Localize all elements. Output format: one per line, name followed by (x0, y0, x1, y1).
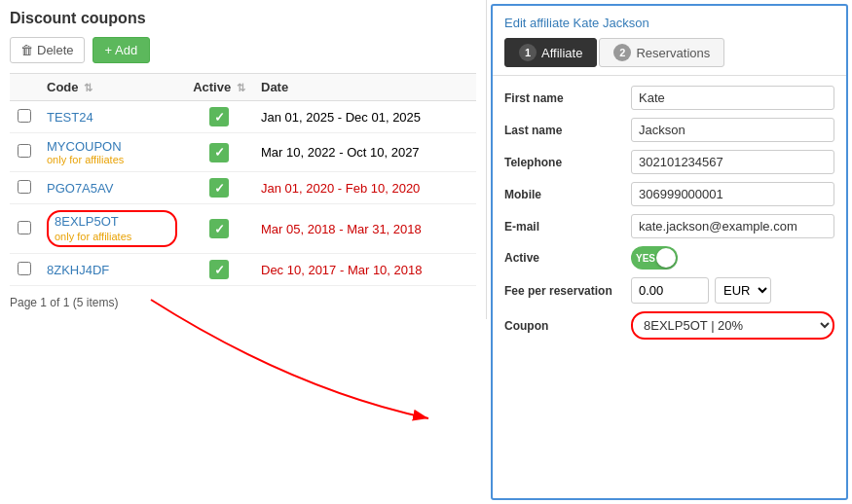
page-title: Discount coupons (10, 10, 476, 27)
fee-label: Fee per reservation (504, 284, 631, 298)
tabs-container: 1 Affiliate 2 Reservations (504, 38, 834, 67)
panel-title: Edit affiliate Kate Jackson (504, 14, 834, 30)
add-button[interactable]: + Add (93, 37, 151, 63)
active-checkmark: ✓ (209, 107, 229, 126)
coupon-code-link[interactable]: TEST24 (47, 110, 93, 125)
active-checkmark: ✓ (209, 260, 229, 279)
coupon-date: Jan 01, 2020 - Feb 10, 2020 (253, 172, 476, 204)
telephone-label: Telephone (504, 156, 631, 169)
affiliate-only-label: only for affiliates (47, 154, 177, 165)
row-checkbox[interactable] (18, 109, 31, 123)
panel-header: Edit affiliate Kate Jackson 1 Affiliate … (493, 6, 846, 76)
fee-input[interactable] (631, 277, 709, 304)
coupon-date: Mar 10, 2022 - Oct 10, 2027 (253, 133, 476, 172)
coupon-code-link[interactable]: MYCOUPON (47, 139, 122, 154)
coupon-date: Dec 10, 2017 - Mar 10, 2018 (253, 254, 476, 286)
form-body: First name Last name Telephone Mobile E-… (493, 76, 846, 498)
currency-select[interactable]: EUR USD GBP (715, 277, 771, 304)
fee-row: Fee per reservation EUR USD GBP (504, 277, 834, 304)
col-header-date: Date (253, 74, 476, 101)
coupon-label: Coupon (504, 319, 631, 333)
delete-button[interactable]: 🗑 Delete (10, 37, 85, 63)
mobile-row: Mobile (504, 182, 834, 206)
affiliate-only-label: only for affiliates (55, 231, 131, 242)
active-label: Active (504, 251, 631, 265)
col-header-checkbox (10, 74, 39, 101)
active-checkmark: ✓ (209, 178, 229, 198)
sort-active-icon[interactable]: ⇅ (237, 82, 245, 93)
coupon-date: Mar 05, 2018 - Mar 31, 2018 (253, 204, 476, 254)
col-header-code: Code ⇅ (39, 74, 185, 101)
mobile-label: Mobile (504, 188, 631, 201)
first-name-label: First name (504, 91, 631, 105)
table-row: PGO7A5AV✓Jan 01, 2020 - Feb 10, 2020 (10, 172, 476, 204)
tab-reservations[interactable]: 2 Reservations (599, 38, 724, 67)
toolbar: 🗑 Delete + Add (10, 37, 476, 63)
coupon-row: Coupon 8EXLP5OT | 20% TEST24 | 10% MYCOU… (504, 311, 834, 340)
mobile-input[interactable] (631, 182, 834, 206)
email-row: E-mail (504, 214, 834, 238)
tab-affiliate[interactable]: 1 Affiliate (504, 38, 597, 67)
table-row: MYCOUPONonly for affiliates✓Mar 10, 2022… (10, 133, 476, 172)
telephone-input[interactable] (631, 150, 834, 174)
coupon-code-link[interactable]: 8EXLP5OT (55, 214, 119, 229)
active-toggle[interactable]: YES (631, 246, 678, 270)
pagination-info: Page 1 of 1 (5 items) (10, 296, 476, 309)
col-header-active: Active ⇅ (185, 74, 253, 101)
table-row: 8EXLP5OTonly for affiliates✓Mar 05, 2018… (10, 204, 476, 254)
coupon-date: Jan 01, 2025 - Dec 01, 2025 (253, 101, 476, 133)
table-row: 8ZKHJ4DF✓Dec 10, 2017 - Mar 10, 2018 (10, 254, 476, 286)
row-checkbox[interactable] (18, 180, 31, 194)
coupons-table: Code ⇅ Active ⇅ Date TEST24✓Jan 01, 2025… (10, 73, 476, 286)
highlighted-coupon-wrapper: 8EXLP5OTonly for affiliates (47, 210, 177, 247)
toggle-thumb (656, 248, 676, 268)
sort-code-icon[interactable]: ⇅ (84, 82, 93, 93)
edit-affiliate-panel: Edit affiliate Kate Jackson 1 Affiliate … (491, 4, 848, 500)
last-name-input[interactable] (631, 118, 834, 142)
active-row: Active YES (504, 246, 834, 270)
first-name-input[interactable] (631, 86, 834, 110)
tab-reservations-number: 2 (613, 44, 631, 61)
last-name-label: Last name (504, 124, 631, 137)
active-checkmark: ✓ (209, 143, 229, 162)
email-input[interactable] (631, 214, 834, 238)
email-label: E-mail (504, 220, 631, 234)
fee-group: EUR USD GBP (631, 277, 834, 304)
coupon-code-link[interactable]: 8ZKHJ4DF (47, 263, 109, 277)
telephone-row: Telephone (504, 150, 834, 174)
row-checkbox[interactable] (18, 144, 31, 158)
active-toggle-container: YES (631, 246, 678, 270)
first-name-row: First name (504, 86, 834, 110)
row-checkbox[interactable] (18, 221, 31, 234)
active-checkmark: ✓ (209, 219, 229, 238)
trash-icon: 🗑 (20, 43, 33, 57)
row-checkbox[interactable] (18, 262, 31, 275)
table-row: TEST24✓Jan 01, 2025 - Dec 01, 2025 (10, 101, 476, 133)
tab-affiliate-number: 1 (519, 44, 537, 61)
toggle-yes-label: YES (636, 253, 655, 264)
coupon-select[interactable]: 8EXLP5OT | 20% TEST24 | 10% MYCOUPON | 1… (631, 311, 834, 340)
last-name-row: Last name (504, 118, 834, 142)
coupon-code-link[interactable]: PGO7A5AV (47, 181, 113, 196)
